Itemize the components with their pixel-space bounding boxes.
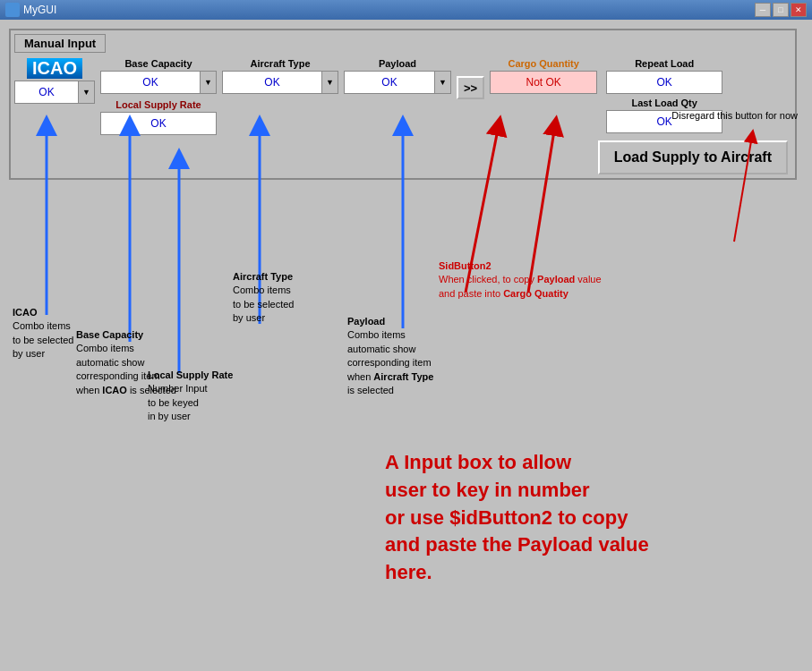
sid-button2[interactable]: >> <box>457 76 484 99</box>
repeat-load-label: Repeat Load <box>635 58 694 69</box>
cargo-quantity-input[interactable]: Not OK <box>490 71 597 94</box>
repeat-load-combo[interactable]: OK <box>606 71 722 94</box>
repeat-load-value: OK <box>607 76 722 89</box>
icao-annotation: ICAO Combo itemsto be selectedby user <box>13 306 74 361</box>
aircraft-type-annotation: Aircraft Type Combo itemsto be selectedb… <box>233 270 295 326</box>
local-supply-rate-group: Local Supply Rate OK <box>100 99 217 135</box>
aircraft-type-group: Aircraft Type OK ▼ <box>222 58 338 94</box>
base-capacity-group: Base Capacity OK ▼ Local Supply Rate OK <box>100 58 217 135</box>
local-supply-rate-annotation: Local Supply Rate Number Inputto be keye… <box>148 369 233 424</box>
form-row: ICAO OK ▼ Base Capacity OK ▼ Local Suppl… <box>14 58 791 135</box>
aircraft-type-combo[interactable]: OK ▼ <box>222 71 338 94</box>
window-title: MyGUI <box>23 4 56 16</box>
payload-annotation: Payload Combo itemsautomatic showcorresp… <box>347 315 433 397</box>
app-icon <box>5 3 20 17</box>
payload-arrow[interactable]: ▼ <box>434 72 450 93</box>
base-capacity-arrow[interactable]: ▼ <box>200 72 216 93</box>
icao-group: ICAO OK ▼ <box>14 58 95 104</box>
load-supply-button[interactable]: Load Supply to Aircraft <box>598 140 788 174</box>
aircraft-type-value: OK <box>223 76 321 89</box>
payload-group: Payload OK ▼ <box>344 58 451 94</box>
local-supply-rate-value: OK <box>101 117 216 130</box>
icao-label: ICAO <box>27 58 82 79</box>
minimize-button[interactable]: ─ <box>755 3 771 17</box>
sid-button2-annotation: SidButton2 When clicked, to copy Payload… <box>439 259 602 301</box>
large-annotation: A Input box to allow user to key in numb… <box>385 449 649 587</box>
close-button[interactable]: ✕ <box>791 3 807 17</box>
cargo-quantity-label: Cargo Quantity <box>508 58 578 69</box>
icao-value: OK <box>15 86 78 98</box>
cargo-quantity-group: Cargo Quantity Not OK <box>490 58 597 94</box>
icao-combo[interactable]: OK ▼ <box>14 81 95 104</box>
repeat-load-group: Repeat Load OK <box>606 58 722 94</box>
payload-label: Payload <box>379 58 416 69</box>
payload-combo[interactable]: OK ▼ <box>344 71 451 94</box>
base-capacity-combo[interactable]: OK ▼ <box>100 71 217 94</box>
sid-button2-group: >> <box>457 58 484 99</box>
local-supply-rate-input[interactable]: OK <box>100 112 217 135</box>
base-capacity-label: Base Capacity <box>124 58 192 69</box>
last-load-qty-label: Last Load Qty <box>632 98 697 108</box>
main-window: Manual Input ICAO OK ▼ Base Capacity OK … <box>0 20 812 671</box>
aircraft-type-label: Aircraft Type <box>250 58 310 69</box>
local-supply-rate-label: Local Supply Rate <box>100 99 217 110</box>
button-row: Load Supply to Aircraft <box>14 140 788 174</box>
title-bar: MyGUI ─ □ ✕ <box>0 0 812 20</box>
window-controls: ─ □ ✕ <box>755 3 807 17</box>
manual-input-panel: Manual Input ICAO OK ▼ Base Capacity OK … <box>9 29 797 180</box>
payload-value: OK <box>345 76 434 89</box>
disregard-note: Disregard this button for now <box>671 109 798 123</box>
aircraft-type-arrow[interactable]: ▼ <box>321 72 338 93</box>
icao-arrow[interactable]: ▼ <box>78 81 94 103</box>
maximize-button[interactable]: □ <box>773 3 789 17</box>
base-capacity-value: OK <box>101 76 200 89</box>
panel-title: Manual Input <box>14 34 106 53</box>
cargo-quantity-value: Not OK <box>526 76 561 89</box>
